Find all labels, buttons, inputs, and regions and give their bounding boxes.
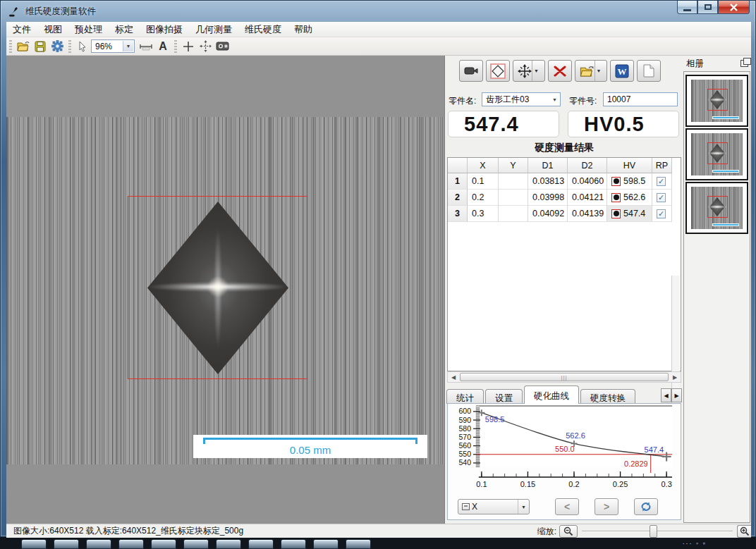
center-target-button[interactable] (197, 39, 214, 54)
taskbar-button[interactable] (54, 539, 79, 549)
taskbar-button[interactable] (118, 539, 144, 549)
scroll-right-icon[interactable]: ▶ (669, 372, 681, 382)
chevron-down-icon: ▼ (549, 93, 560, 106)
menu-view[interactable]: 视图 (37, 22, 68, 37)
taskbar-button[interactable] (151, 539, 176, 549)
menu-vickers-hardness[interactable]: 维氏硬度 (238, 22, 288, 37)
toolbar-grip (68, 40, 71, 53)
auto-position-button[interactable]: ▼ (513, 60, 545, 82)
album-thumbnail[interactable] (685, 128, 748, 180)
float-panel-icon[interactable] (740, 60, 748, 67)
title-bar[interactable]: 维氏硬度测量软件 (1, 1, 755, 22)
zoom-slider[interactable] (582, 525, 733, 538)
camera-icon (216, 42, 229, 51)
menu-preprocess[interactable]: 预处理 (68, 22, 109, 37)
rp-checkbox[interactable]: ✓ (657, 193, 666, 202)
svg-text:W: W (618, 66, 627, 77)
col-d2: D2 (568, 158, 607, 173)
tab-hardening-curve[interactable]: 硬化曲线 (524, 385, 579, 404)
main-toolbar: 96% ▼ A (6, 37, 751, 56)
tab-statistics[interactable]: 统计 (446, 389, 484, 404)
menu-help[interactable]: 帮助 (288, 22, 319, 37)
chart-prev-button[interactable]: < (555, 498, 579, 515)
delete-result-button[interactable] (548, 60, 572, 82)
bottom-tabbar: 统计设置硬化曲线硬度转换测试参数 ◀ ▶ (446, 385, 682, 404)
taskbar-button[interactable] (281, 539, 306, 549)
export-open-button[interactable]: ▼ (575, 60, 607, 82)
save-button[interactable] (32, 39, 49, 54)
minimize-button[interactable] (677, 1, 697, 14)
svg-text:562.6: 562.6 (566, 431, 585, 440)
scroll-left-icon[interactable]: ◀ (448, 372, 459, 382)
svg-text:560: 560 (458, 441, 471, 450)
capture-button[interactable] (214, 39, 231, 54)
rp-checkbox[interactable]: ✓ (657, 177, 666, 186)
col-index (448, 158, 468, 173)
scalebar-tool-button[interactable] (138, 39, 154, 54)
maximize-button[interactable] (697, 1, 718, 14)
table-hscrollbar[interactable]: ◀ ||| ▶ (447, 371, 681, 383)
results-title: 硬度测量结果 (446, 142, 682, 154)
cell-y (499, 190, 528, 206)
menu-geometry-measure[interactable]: 几何测量 (189, 22, 238, 37)
album-thumbnail[interactable] (685, 75, 748, 127)
chevron-down-icon[interactable]: ▼ (595, 61, 603, 81)
taskbar-button[interactable] (216, 539, 241, 549)
tab-scroll-left-button[interactable]: ◀ (661, 388, 671, 402)
zoom-level-combo[interactable]: 96% ▼ (91, 39, 135, 53)
tab-scroll-right-button[interactable]: ▶ (671, 388, 682, 402)
chart-axis-combo[interactable]: X ▼ (458, 499, 530, 514)
taskbar-button[interactable] (21, 539, 47, 549)
taskbar-button[interactable] (248, 539, 274, 549)
settings-button[interactable] (49, 39, 66, 54)
rp-checkbox[interactable]: ✓ (657, 209, 666, 218)
indent-thumbnail-icon[interactable] (611, 193, 621, 202)
svg-text:550.0: 550.0 (555, 445, 575, 453)
image-viewer[interactable]: 0.05 mm (6, 56, 445, 524)
windows-taskbar[interactable]: ··· ◦ ▫ (0, 537, 756, 549)
part-no-input[interactable]: 10007 (603, 92, 678, 106)
new-document-button[interactable] (637, 60, 661, 82)
zoom-in-button[interactable] (737, 525, 751, 538)
text-tool-button[interactable]: A (154, 39, 171, 54)
refresh-icon (640, 501, 652, 512)
taskbar-button[interactable] (86, 539, 111, 549)
chevron-down-icon[interactable]: ▼ (532, 61, 540, 81)
chart-next-button[interactable]: > (595, 498, 618, 515)
menu-image-capture[interactable]: 图像拍摄 (140, 22, 189, 37)
taskbar-button[interactable] (183, 539, 209, 549)
measure-indent-button[interactable] (486, 60, 510, 82)
row-index: 1 (448, 173, 468, 190)
micrograph-image: 0.05 mm (6, 117, 445, 464)
taskbar-button[interactable] (313, 539, 339, 549)
part-name-combo[interactable]: 齿形工件03 ▼ (482, 92, 561, 106)
pointer-tool-button[interactable] (74, 39, 91, 54)
table-row[interactable]: 3 0.3 0.04092 0.04139 547.4 ✓ (448, 206, 681, 222)
measurement-roi-box (707, 89, 728, 111)
tab-settings[interactable]: 设置 (485, 389, 523, 404)
live-video-button[interactable] (459, 60, 483, 82)
cell-rp: ✓ (652, 173, 672, 190)
taskbar-tray-icons[interactable]: ··· ◦ ▫ (683, 540, 707, 547)
svg-text:550: 550 (458, 450, 471, 458)
taskbar-button[interactable] (346, 539, 371, 549)
indent-thumbnail-icon[interactable] (611, 209, 621, 218)
indent-thumbnail-icon[interactable] (611, 177, 621, 186)
table-row[interactable]: 1 0.1 0.03813 0.04060 598.5 ✓ (448, 173, 681, 190)
chart-refresh-button[interactable] (634, 498, 658, 515)
zoom-slider-thumb[interactable] (650, 525, 657, 538)
open-file-button[interactable] (15, 39, 32, 54)
zoom-out-button[interactable] (559, 525, 578, 538)
cross-marker-button[interactable] (180, 39, 197, 54)
svg-text:0.3: 0.3 (661, 480, 671, 488)
hscroll-thumb[interactable]: ||| (460, 373, 669, 381)
cell-d1: 0.03813 (528, 173, 568, 190)
tab-hardness-convert[interactable]: 硬度转换 (580, 389, 635, 404)
close-button[interactable] (718, 1, 750, 14)
word-report-button[interactable]: W (610, 60, 634, 82)
album-thumbnail[interactable] (685, 182, 748, 234)
menu-file[interactable]: 文件 (6, 22, 37, 37)
part-name-value: 齿形工件03 (486, 94, 529, 106)
menu-calibration[interactable]: 标定 (109, 22, 140, 37)
table-row[interactable]: 2 0.2 0.03998 0.04121 562.6 ✓ (448, 190, 681, 206)
